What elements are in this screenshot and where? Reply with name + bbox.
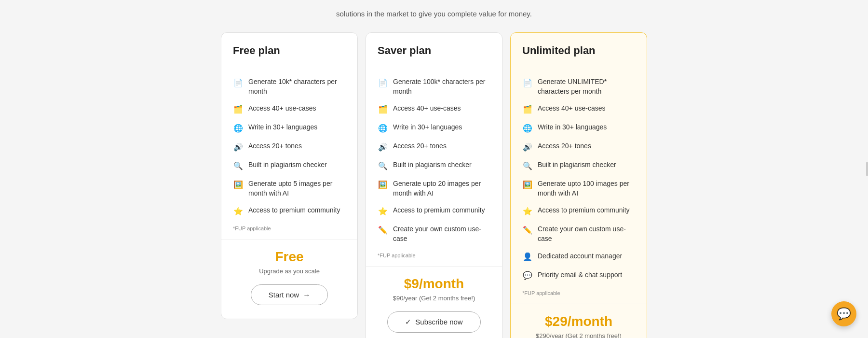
feature-icon: ✏️ [522,225,533,236]
plan-header-unlimited: Unlimited plan [511,33,647,73]
subscribe-button-saver[interactable]: ✓ Subscribe now [387,311,480,333]
feature-text: Built in plagiarism checker [538,160,616,170]
feature-icon: ⭐ [378,206,388,217]
plan-footer-saver: $9/month$90/year (Get 2 months free!)✓ S… [366,266,502,338]
feature-icon: 💬 [522,271,533,282]
feature-item: 🖼️Generate upto 20 images per month with… [378,175,490,202]
feature-text: Write in 30+ languages [248,123,317,132]
feature-text: Dedicated account manager [538,252,622,261]
feature-text: Access 40+ use-cases [393,104,461,113]
feature-icon: ✏️ [378,225,388,236]
feature-item: ✏️Create your own custom use-case [522,221,635,247]
feature-icon: 🔊 [522,142,533,153]
feature-item: 🔊Access 20+ tones [522,138,635,156]
feature-text: Built in plagiarism checker [393,160,472,170]
feature-icon: 🖼️ [378,180,388,190]
feature-icon: 🌐 [522,123,533,134]
feature-item: ✏️Create your own custom use-case [378,221,490,247]
feature-text: Create your own custom use-case [393,225,490,243]
feature-text: Priority email & chat support [538,270,622,280]
plan-price-saver: $9/month [404,276,464,292]
feature-item: 🌐Write in 30+ languages [233,119,346,138]
feature-item: 🖼️Generate upto 5 images per month with … [233,175,346,202]
feature-icon: 🖼️ [233,180,244,190]
feature-item: 💬Priority email & chat support [522,267,635,285]
feature-text: Access to premium community [248,206,340,215]
plan-footer-unlimited: $29/month$290/year (Get 2 months free!)✓… [511,304,647,338]
feature-item: ⭐Access to premium community [233,202,346,221]
plans-container: Free plan📄Generate 10k* characters per m… [217,32,651,338]
feature-text: Access 20+ tones [538,141,591,151]
feature-item: 👤Dedicated account manager [522,248,635,267]
feature-icon: 👤 [522,252,533,263]
feature-icon: 🔊 [378,142,388,153]
feature-icon: 🔍 [233,161,244,171]
plan-price-unlimited: $29/month [545,314,612,329]
feature-icon: 📄 [233,78,244,88]
feature-item: 🗂️Access 40+ use-cases [378,100,490,119]
feature-text: Access to premium community [393,206,485,215]
feature-icon: 📄 [378,78,388,88]
feature-icon: 🌐 [233,123,244,134]
plan-card-unlimited: Unlimited plan📄Generate UNLIMITED* chara… [510,32,647,338]
feature-item: 🔍Built in plagiarism checker [233,156,346,175]
plan-title-free: Free plan [233,44,346,57]
feature-text: Generate UNLIMITED* characters per month [538,77,635,96]
feature-item: 🗂️Access 40+ use-cases [233,100,346,119]
feature-icon: 🔍 [522,161,533,171]
feature-text: Generate upto 20 images per month with A… [393,179,490,198]
plan-header-saver: Saver plan [366,33,502,73]
feature-icon: 🗂️ [233,104,244,115]
fup-note-unlimited: *FUP applicable [511,285,647,304]
feature-icon: 🔊 [233,142,244,153]
plan-card-free: Free plan📄Generate 10k* characters per m… [221,32,358,319]
plan-title-unlimited: Unlimited plan [522,44,635,57]
feature-item: 🔍Built in plagiarism checker [378,156,490,175]
scrollbar[interactable] [866,162,868,176]
feature-text: Create your own custom use-case [538,225,635,243]
plan-header-free: Free plan [221,33,357,73]
chat-button[interactable]: 💬 [831,301,856,326]
feature-icon: 🗂️ [522,104,533,115]
start-button-free[interactable]: Start now → [251,284,328,305]
plan-footer-free: FreeUpgrade as you scaleStart now → [221,239,357,319]
feature-item: 🗂️Access 40+ use-cases [522,100,635,119]
feature-text: Access 40+ use-cases [248,104,316,113]
feature-item: 📄Generate UNLIMITED* characters per mont… [522,73,635,100]
plan-title-saver: Saver plan [378,44,490,57]
arrow-icon: → [303,291,310,299]
feature-text: Generate 100k* characters per month [393,77,490,96]
feature-list-free: 📄Generate 10k* characters per month🗂️Acc… [221,73,357,221]
feature-item: ⭐Access to premium community [522,202,635,221]
feature-item: 📄Generate 100k* characters per month [378,73,490,100]
feature-item: 🌐Write in 30+ languages [522,119,635,138]
feature-text: Generate upto 5 images per month with AI [248,179,346,198]
check-icon: ✓ [405,318,411,326]
fup-note-saver: *FUP applicable [366,248,502,266]
feature-text: Access to premium community [538,206,630,215]
feature-icon: 🖼️ [522,180,533,190]
feature-item: 🖼️Generate upto 100 images per month wit… [522,175,635,202]
feature-text: Write in 30+ languages [538,123,607,132]
feature-icon: 📄 [522,78,533,88]
feature-item: 📄Generate 10k* characters per month [233,73,346,100]
feature-item: 🔍Built in plagiarism checker [522,156,635,175]
feature-text: Access 20+ tones [248,141,302,151]
plan-subtext-unlimited: $290/year (Get 2 months free!) [536,332,622,338]
plan-price-free: Free [275,249,303,265]
feature-text: Built in plagiarism checker [248,160,327,170]
page-subtitle: solutions in the market to give you comp… [336,10,532,18]
feature-item: 🔊Access 20+ tones [378,138,490,156]
feature-text: Generate 10k* characters per month [248,77,346,96]
feature-icon: 🔍 [378,161,388,171]
plan-subtext-free: Upgrade as you scale [259,268,320,275]
feature-item: ⭐Access to premium community [378,202,490,221]
feature-text: Access 40+ use-cases [538,104,605,113]
plan-card-saver: Saver plan📄Generate 100k* characters per… [366,32,502,338]
plan-subtext-saver: $90/year (Get 2 months free!) [393,295,475,302]
feature-icon: 🗂️ [378,104,388,115]
fup-note-free: *FUP applicable [221,221,357,239]
feature-item: 🌐Write in 30+ languages [378,119,490,138]
feature-list-unlimited: 📄Generate UNLIMITED* characters per mont… [511,73,647,285]
feature-item: 🔊Access 20+ tones [233,138,346,156]
